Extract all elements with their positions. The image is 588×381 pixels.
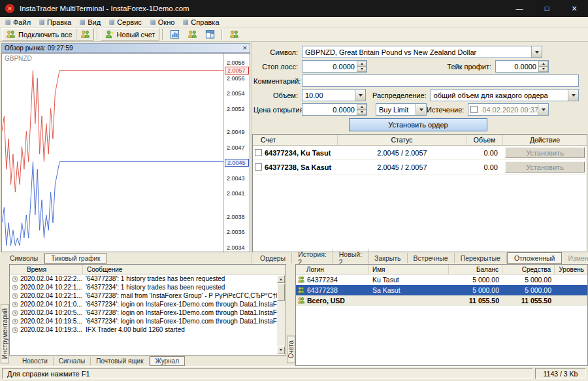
volume-select[interactable]: 10.00 (302, 89, 366, 101)
maximize-button[interactable]: □ (533, 0, 561, 17)
panel-close-icon[interactable]: × (243, 45, 247, 51)
journal-row[interactable]: 2020.02.04 10:19:3... IFX Trader 4.00 bu… (10, 325, 277, 334)
column-header-time[interactable]: Время (10, 265, 83, 274)
price-tick: 2.0043 (227, 175, 245, 182)
stop-loss-input[interactable]: 0.0000 (302, 60, 367, 73)
symbol-select[interactable]: GBPNZD, Great Britain Pound vs New Zeala… (302, 46, 542, 58)
column-header-action[interactable]: Действие (503, 135, 587, 145)
column-header-message[interactable]: Сообщение (83, 265, 286, 274)
set-order-button[interactable]: Установить (505, 161, 585, 173)
spinner-buttons[interactable] (538, 61, 548, 72)
order-volume: 0.00 (466, 146, 503, 159)
accounts-side-tab[interactable]: Счета (287, 336, 295, 363)
account-checkbox[interactable] (255, 149, 262, 156)
minimize-button[interactable]: — (506, 0, 533, 17)
order-tab[interactable]: Изменить (562, 253, 588, 263)
new-account-button[interactable]: Новый счет (101, 28, 159, 41)
scroll-down-icon[interactable] (277, 346, 285, 354)
order-tab[interactable]: Закрыть (368, 253, 407, 263)
journal-scrollbar[interactable] (277, 275, 285, 354)
calendar-dropdown-icon[interactable] (538, 104, 548, 115)
column-header-login[interactable]: Логин (296, 265, 369, 274)
expiry-checkbox[interactable] (470, 106, 478, 113)
menu-item[interactable]: Окно (147, 17, 180, 27)
tab-label: Журнал (155, 357, 180, 365)
volume-label: Объем: (253, 91, 302, 99)
status-help-text: Для справки нажмите F1 (2, 368, 533, 379)
column-header-equity[interactable]: Средства (502, 265, 555, 274)
column-header-status[interactable]: Статус (338, 135, 466, 145)
journal-tab[interactable]: Почтовый ящик (91, 357, 149, 365)
menu-item[interactable]: Правка (36, 17, 76, 27)
account-row[interactable]: 64377234 Ku Tasut 5 000.00 5 000.00 (296, 274, 587, 285)
column-header-volume[interactable]: Объем (466, 135, 503, 145)
account-login: 64377238 (307, 286, 338, 294)
account-checkbox[interactable] (255, 163, 262, 171)
order-row[interactable]: 64377234, Ku Tasut 2.0045 / 2.0057 0.00 … (253, 146, 587, 160)
bid-line (2, 161, 223, 245)
take-profit-input[interactable]: 0.0000 (495, 60, 549, 73)
menu-item[interactable]: Сервис (106, 17, 147, 27)
order-tabs: Ордеры История: 2 Новый: 2 Закрыть Встре… (252, 252, 588, 264)
journal-tab[interactable]: Новости (17, 357, 54, 365)
connect-selected-button[interactable] (76, 28, 94, 41)
order-type-select[interactable]: Buy Limit (376, 103, 427, 116)
orders-table-header: Счет Статус Объем Действие (253, 135, 587, 146)
market-watch-toggle-button[interactable] (166, 28, 184, 41)
market-watch-tab[interactable]: Тиковый график (44, 253, 106, 264)
scroll-thumb[interactable] (277, 284, 285, 301)
menu-item-label: Сервис (117, 18, 142, 26)
journal-row[interactable]: 2020.02.04 10:22:1... '64377238': mail f… (10, 291, 277, 300)
chevron-down-icon[interactable] (531, 46, 542, 58)
comment-input[interactable] (302, 75, 579, 87)
column-header-account[interactable]: Счет (253, 135, 338, 145)
journal-row[interactable]: 2020.02.04 10:21:0... '64377234': login … (10, 300, 277, 308)
journal-row[interactable]: 2020.02.04 10:19:5... '64377234': login … (10, 317, 277, 325)
accounts-toggle-button[interactable] (184, 28, 201, 41)
column-header-name[interactable]: Имя (369, 265, 449, 274)
order-tab[interactable]: Ордеры (254, 253, 292, 263)
market-watch-tab[interactable]: Символы (4, 254, 44, 263)
distribution-select[interactable]: общий объем для каждого ордера (431, 89, 579, 101)
journal-tab[interactable]: Сигналы (54, 357, 91, 365)
order-row[interactable]: 64377238, Sa Kasut 2.0045 / 2.0057 0.00 … (253, 160, 587, 174)
spinner-buttons[interactable] (357, 61, 367, 72)
market-watch-caption[interactable]: Обзор рынка: 09:27:59 × (1, 43, 250, 53)
tick-chart[interactable]: GBPNZD 2.0057 2.0045 2.00582.00562.00542… (1, 53, 250, 252)
menu-item[interactable]: Вид (76, 17, 106, 27)
open-price-input[interactable]: 0.0000 (302, 103, 367, 116)
chevron-down-icon[interactable] (416, 104, 426, 115)
tick-chart-plot[interactable]: GBPNZD (2, 54, 223, 252)
chevron-down-icon[interactable] (568, 90, 578, 101)
column-header-balance[interactable]: Баланс (449, 265, 502, 274)
connect-all-button[interactable]: Подключить все (2, 28, 76, 41)
order-tab[interactable]: Отложенный (507, 252, 563, 264)
traders-button[interactable] (225, 28, 243, 41)
spinner-buttons[interactable] (357, 104, 367, 115)
menu-item[interactable]: Файл (2, 17, 36, 27)
journal-row[interactable]: 2020.02.04 10:22:2... '64377238': 1 hist… (10, 274, 277, 283)
menu-item[interactable]: Справка (180, 17, 224, 27)
journal-time: 2020.02.04 10:19:3... (20, 326, 86, 333)
toolbox-side-tab[interactable]: Инструментарий (1, 304, 9, 363)
chevron-down-icon[interactable] (355, 90, 365, 101)
stop-loss-label: Стоп лосс: (253, 63, 302, 71)
expiry-date-select[interactable]: 04.02.2020 09:37 (468, 103, 549, 116)
place-order-button[interactable]: Установить ордер (349, 118, 487, 131)
order-tab[interactable]: Перекрытые (455, 253, 507, 263)
scroll-up-icon[interactable] (277, 275, 285, 283)
order-form: Символ: GBPNZD, Great Britain Pound vs N… (252, 46, 588, 133)
journal-tab[interactable]: Журнал (150, 356, 186, 366)
account-row[interactable]: 64377238 Sa Kasut 5 000.00 5 000.00 (296, 285, 587, 295)
journal-row[interactable]: 2020.02.04 10:22:1... '64377234': 1 hist… (10, 283, 277, 291)
account-row[interactable]: Всего, USD 11 055.50 11 055.50 (296, 295, 587, 306)
set-order-button[interactable]: Установить (505, 147, 585, 158)
toolbox-toggle-button[interactable] (201, 28, 219, 41)
journal-list: Время Сообщение 2020.02.04 10:22:2... '6… (9, 264, 286, 356)
journal-time: 2020.02.04 10:22:1... (20, 292, 86, 299)
column-header-level[interactable]: Уровень (555, 265, 587, 274)
journal-row[interactable]: 2020.02.04 10:20:5... '64377238': login … (10, 308, 277, 317)
close-button[interactable]: × (561, 0, 588, 17)
account-login: Всего, USD (307, 297, 345, 305)
order-tab[interactable]: Встречные (408, 253, 455, 263)
